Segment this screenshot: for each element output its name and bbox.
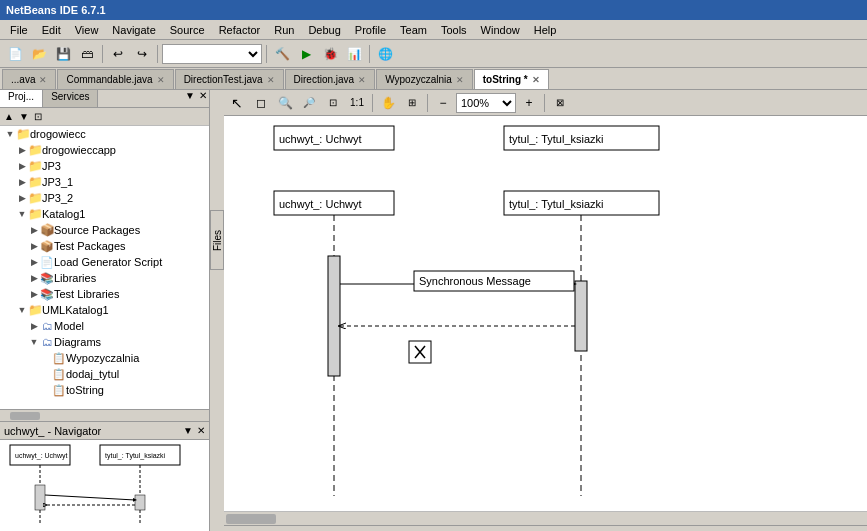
expander-jp3-2: ▶	[16, 192, 28, 204]
sep3	[266, 45, 267, 63]
save-all-btn[interactable]: 🗃	[76, 43, 98, 65]
expander-umlkatalog1: ▼	[16, 304, 28, 316]
zoom-out-tool[interactable]: 🔎	[298, 92, 320, 114]
label-test-libraries: Test Libraries	[54, 288, 119, 300]
grid-tool[interactable]: ⊞	[401, 92, 423, 114]
menu-tools[interactable]: Tools	[435, 23, 473, 37]
tab-directiontest[interactable]: DirectionTest.java ✕	[175, 69, 284, 89]
tree-drogowieccapp[interactable]: ▶ 📁 drogowieccapp	[0, 142, 209, 158]
diagram-area: ↖ ◻ 🔍 🔎 ⊡ 1:1 ✋ ⊞ − 100% 75% 150% + ⊠	[224, 90, 867, 531]
tab-directiontest-close[interactable]: ✕	[267, 75, 275, 85]
left-up-btn[interactable]: ▲	[2, 111, 16, 122]
snap-tool[interactable]: ⊠	[549, 92, 571, 114]
nav-close-btn[interactable]: ✕	[197, 425, 205, 436]
save-btn[interactable]: 💾	[52, 43, 74, 65]
tree-test-packages[interactable]: ▶ 📦 Test Packages	[0, 238, 209, 254]
menu-refactor[interactable]: Refactor	[213, 23, 267, 37]
menu-source[interactable]: Source	[164, 23, 211, 37]
select-tool[interactable]: ◻	[250, 92, 272, 114]
tab-direction-close[interactable]: ✕	[358, 75, 366, 85]
menu-run[interactable]: Run	[268, 23, 300, 37]
diagram-scroll-thumb[interactable]	[226, 514, 276, 524]
tab-tostring-close[interactable]: ✕	[532, 75, 540, 85]
menu-edit[interactable]: Edit	[36, 23, 67, 37]
tab-direction[interactable]: Direction.java ✕	[285, 69, 376, 89]
run-btn[interactable]: ▶	[295, 43, 317, 65]
left-close-btn[interactable]: ✕	[197, 90, 209, 107]
tree-load-gen[interactable]: ▶ 📄 Load Generator Script	[0, 254, 209, 270]
tab-wypozyczalnia-close[interactable]: ✕	[456, 75, 464, 85]
icon-source-packages: 📦	[40, 223, 54, 237]
cursor-tool[interactable]: ↖	[226, 92, 248, 114]
tree-wypozyczalnia[interactable]: ▶ 📋 Wypozyczalnia	[0, 350, 209, 366]
browser-btn[interactable]: 🌐	[374, 43, 396, 65]
config-dropdown[interactable]	[162, 44, 262, 64]
zoom-in-btn[interactable]: +	[518, 92, 540, 114]
main-toolbar: 📄 📂 💾 🗃 ↩ ↪ 🔨 ▶ 🐞 📊 🌐	[0, 40, 867, 68]
expander-diagrams: ▼	[28, 336, 40, 348]
menu-navigate[interactable]: Navigate	[106, 23, 161, 37]
tab-commandable-close[interactable]: ✕	[157, 75, 165, 85]
folder-icon-katalog1: 📁	[28, 207, 42, 221]
new-project-btn[interactable]: 📄	[4, 43, 26, 65]
tab-tostring[interactable]: toString * ✕	[474, 69, 549, 89]
zoom-out-btn[interactable]: −	[432, 92, 454, 114]
navigator-title-bar: uchwyt_ - Navigator ▼ ✕	[0, 422, 209, 440]
menu-window[interactable]: Window	[475, 23, 526, 37]
tab-wypozyczalnia[interactable]: Wypozyczalnia ✕	[376, 69, 473, 89]
left-sync-btn[interactable]: ⊡	[32, 111, 44, 122]
files-tab-label: Files	[212, 229, 223, 250]
menu-profile[interactable]: Profile	[349, 23, 392, 37]
menu-file[interactable]: File	[4, 23, 34, 37]
left-minimize-btn[interactable]: ▼	[183, 90, 197, 107]
tab-ava-close[interactable]: ✕	[39, 75, 47, 85]
label-drogowieccapp: drogowieccapp	[42, 144, 116, 156]
folder-icon-jp3-2: 📁	[28, 191, 42, 205]
tree-model[interactable]: ▶ 🗂 Model	[0, 318, 209, 334]
actual-size-tool[interactable]: 1:1	[346, 92, 368, 114]
open-btn[interactable]: 📂	[28, 43, 50, 65]
tree-source-packages[interactable]: ▶ 📦 Source Packages	[0, 222, 209, 238]
diagram-canvas[interactable]: uchwyt_: Uchwyt tytul_: Tytul_ksiazki uc…	[224, 116, 867, 511]
tab-projects[interactable]: Proj...	[0, 90, 43, 107]
tree-test-libraries[interactable]: ▶ 📚 Test Libraries	[0, 286, 209, 302]
tree-tostring[interactable]: ▶ 📋 toString	[0, 382, 209, 398]
tree-katalog1[interactable]: ▼ 📁 Katalog1	[0, 206, 209, 222]
tree-dodaj-tytul[interactable]: ▶ 📋 dodaj_tytul	[0, 366, 209, 382]
tree-umlkatalog1[interactable]: ▼ 📁 UMLKatalog1	[0, 302, 209, 318]
expander-jp3: ▶	[16, 160, 28, 172]
tree-diagrams[interactable]: ▼ 🗂 Diagrams	[0, 334, 209, 350]
back-btn[interactable]: ↩	[107, 43, 129, 65]
tree-jp3-1[interactable]: ▶ 📁 JP3_1	[0, 174, 209, 190]
files-side-tab[interactable]: Files	[210, 210, 224, 270]
tab-ava[interactable]: ...ava ✕	[2, 69, 56, 89]
left-panel: Proj... Services ▼ ✕ ▲ ▼ ⊡ ▼ 📁 drogowiec…	[0, 90, 210, 531]
menu-debug[interactable]: Debug	[302, 23, 346, 37]
tab-wypozyczalnia-label: Wypozyczalnia	[385, 74, 452, 85]
tree-libraries[interactable]: ▶ 📚 Libraries	[0, 270, 209, 286]
fit-tool[interactable]: ⊡	[322, 92, 344, 114]
diagram-scrollbar[interactable]	[224, 511, 867, 525]
tree-drogowiecc[interactable]: ▼ 📁 drogowiecc	[0, 126, 209, 142]
zoom-dropdown[interactable]: 100% 75% 150%	[456, 93, 516, 113]
tree-jp3[interactable]: ▶ 📁 JP3	[0, 158, 209, 174]
left-down-btn[interactable]: ▼	[17, 111, 31, 122]
menu-team[interactable]: Team	[394, 23, 433, 37]
tree-jp3-2[interactable]: ▶ 📁 JP3_2	[0, 190, 209, 206]
zoom-in-tool[interactable]: 🔍	[274, 92, 296, 114]
svg-text:tytul_: Tytul_ksiazki: tytul_: Tytul_ksiazki	[509, 133, 604, 145]
menu-view[interactable]: View	[69, 23, 105, 37]
left-scrollbar[interactable]	[0, 409, 209, 421]
profile-btn[interactable]: 📊	[343, 43, 365, 65]
debug-btn[interactable]: 🐞	[319, 43, 341, 65]
label-jp3: JP3	[42, 160, 61, 172]
scroll-thumb[interactable]	[10, 412, 40, 420]
tab-services[interactable]: Services	[43, 90, 98, 107]
tab-commandable[interactable]: Commandable.java ✕	[57, 69, 173, 89]
menu-help[interactable]: Help	[528, 23, 563, 37]
label-jp3-1: JP3_1	[42, 176, 73, 188]
forward-btn[interactable]: ↪	[131, 43, 153, 65]
nav-minimize-btn[interactable]: ▼	[183, 425, 193, 436]
pan-tool[interactable]: ✋	[377, 92, 399, 114]
build-btn[interactable]: 🔨	[271, 43, 293, 65]
